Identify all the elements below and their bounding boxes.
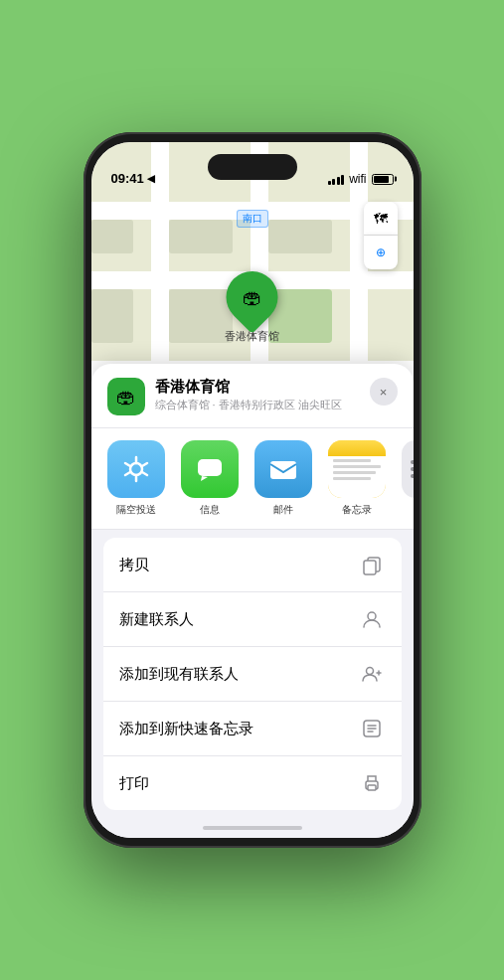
home-bar [203,826,302,830]
place-logo-emoji: 🏟 [116,386,136,408]
dynamic-island [208,154,297,180]
action-label-new-contact: 新建联系人 [119,610,194,629]
more-icon [402,440,414,498]
action-copy[interactable]: 拷贝 [103,538,402,592]
map-block [91,220,133,253]
svg-point-5 [368,612,376,620]
map-block [169,289,233,343]
map-block [268,220,332,253]
share-label-airdrop: 隔空投送 [116,503,156,517]
more-line-3 [411,474,414,478]
map-type-button[interactable]: 🗺 [364,202,398,236]
time-display: 09:41 [111,171,144,186]
compass-icon: ⊕ [376,245,386,259]
share-label-notes: 备忘录 [342,503,372,517]
battery-icon [372,174,394,185]
svg-rect-2 [270,461,296,479]
action-label-print: 打印 [119,774,149,793]
airdrop-icon [107,440,165,498]
notes-line-3 [333,471,376,474]
close-label: × [380,385,388,400]
map-controls: 🗺 ⊕ [364,202,398,269]
signal-bars [328,173,345,185]
bottom-sheet: 🏟 香港体育馆 综合体育馆 · 香港特别行政区 油尖旺区 × [91,364,414,838]
share-row: 隔空投送 信息 [91,428,414,530]
wifi-icon: wifi [349,172,366,186]
notes-lines [328,456,386,498]
map-icon: 🗺 [374,211,388,227]
more-line-1 [411,460,414,464]
close-button[interactable]: × [370,378,398,406]
person-add-icon [358,660,386,688]
share-item-mail[interactable]: 邮件 [247,440,320,517]
mail-icon [254,440,312,498]
signal-bar-1 [328,181,331,185]
svg-point-6 [366,668,373,675]
messages-icon [181,440,239,498]
share-label-messages: 信息 [200,503,220,517]
share-item-messages[interactable]: 信息 [173,440,247,517]
print-icon [358,769,386,797]
action-add-contact[interactable]: 添加到现有联系人 [103,647,402,702]
place-header: 🏟 香港体育馆 综合体育馆 · 香港特别行政区 油尖旺区 × [91,364,414,428]
svg-point-0 [130,463,142,475]
more-line-2 [411,467,414,471]
map-block [91,289,133,343]
home-indicator [91,818,414,838]
place-logo: 🏟 [107,378,145,415]
phone-frame: 09:41 ◀ wifi [84,132,421,848]
action-label-copy: 拷贝 [119,556,149,574]
map-block [169,220,233,253]
location-button[interactable]: ⊕ [364,236,398,269]
location-pin: 🏟 香港体育馆 [225,271,279,344]
action-list: 拷贝 新建联系人 [103,538,402,810]
signal-bar-4 [341,175,344,185]
map-label-text: 南口 [243,213,262,224]
share-item-notes[interactable]: 备忘录 [320,440,394,517]
svg-rect-1 [198,459,222,476]
battery-fill [374,176,389,183]
place-subtitle: 综合体育馆 · 香港特别行政区 油尖旺区 [155,398,360,412]
signal-bar-3 [337,177,340,185]
note-icon [358,715,386,742]
notes-top [328,440,386,456]
share-more[interactable]: 提 [394,440,414,517]
pin-emoji: 🏟 [243,286,262,309]
status-icons: wifi [328,172,394,186]
notes-line-2 [333,465,381,468]
share-label-mail: 邮件 [273,503,293,517]
action-label-quick-note: 添加到新快速备忘录 [119,720,253,738]
action-print[interactable]: 打印 [103,756,402,810]
svg-rect-9 [368,785,376,790]
action-quick-note[interactable]: 添加到新快速备忘录 [103,702,402,756]
pin-circle: 🏟 [216,260,289,334]
map-label: 南口 [237,210,268,228]
location-icon: ◀ [147,173,155,184]
copy-icon [358,551,386,578]
more-lines [402,440,414,498]
status-time: 09:41 ◀ [111,171,155,186]
person-icon [358,605,386,633]
svg-rect-4 [364,561,376,574]
place-name: 香港体育馆 [155,378,360,396]
action-label-add-contact: 添加到现有联系人 [119,665,239,684]
notes-icon [328,440,386,498]
phone-screen: 09:41 ◀ wifi [91,142,414,838]
share-item-airdrop[interactable]: 隔空投送 [99,440,173,517]
action-new-contact[interactable]: 新建联系人 [103,592,402,647]
place-info: 香港体育馆 综合体育馆 · 香港特别行政区 油尖旺区 [155,378,360,412]
notes-line-4 [333,477,371,480]
signal-bar-2 [332,179,335,185]
notes-line-1 [333,459,371,462]
